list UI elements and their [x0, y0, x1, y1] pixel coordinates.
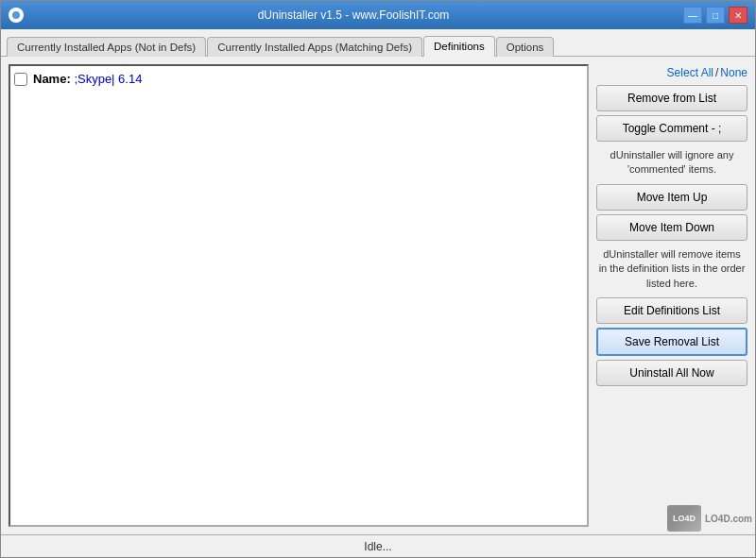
watermark-logo: LO4D: [667, 505, 701, 532]
toggle-comment-button[interactable]: Toggle Comment - ;: [596, 115, 747, 142]
right-panel: Select All / None Remove from List Toggl…: [596, 64, 747, 527]
main-window: dUninstaller v1.5 - www.FoolishIT.com — …: [0, 0, 756, 558]
list-item-0-value: ;Skype| 6.14: [71, 72, 143, 86]
edit-definitions-list-button[interactable]: Edit Definitions List: [596, 297, 747, 324]
uninstall-all-now-button[interactable]: Uninstall All Now: [596, 360, 747, 386]
svg-point-0: [12, 11, 20, 19]
separator: /: [715, 66, 718, 79]
select-links: Select All / None: [596, 64, 747, 81]
window-controls: — □ ✕: [683, 7, 747, 24]
tab-options[interactable]: Options: [496, 37, 555, 57]
watermark-text: LO4D.com: [705, 514, 752, 524]
close-button[interactable]: ✕: [729, 7, 747, 24]
tabs-bar: Currently Installed Apps (Not in Defs) C…: [1, 29, 755, 57]
select-all-link[interactable]: Select All: [667, 66, 713, 79]
list-header: Name: ;Skype| 6.14: [14, 70, 583, 88]
comment-info-text: dUninstaller will ignore any 'commented'…: [596, 145, 747, 180]
minimize-button[interactable]: —: [683, 7, 702, 24]
none-link[interactable]: None: [720, 66, 747, 79]
title-bar: dUninstaller v1.5 - www.FoolishIT.com — …: [1, 1, 755, 29]
name-column-header: Name:: [33, 72, 71, 86]
maximize-button[interactable]: □: [706, 7, 725, 24]
select-all-checkbox[interactable]: [14, 73, 27, 86]
move-item-up-button[interactable]: Move Item Up: [596, 184, 747, 211]
tab-matching-defs[interactable]: Currently Installed Apps (Matching Defs): [207, 37, 422, 57]
window-title: dUninstaller v1.5 - www.FoolishIT.com: [24, 8, 683, 22]
status-text: Idle...: [364, 540, 391, 553]
watermark: LO4D LO4D.com: [667, 505, 752, 532]
move-item-down-button[interactable]: Move Item Down: [596, 214, 747, 241]
order-info-text: dUninstaller will remove items in the de…: [596, 245, 747, 294]
status-bar: Idle...: [1, 534, 755, 557]
main-content: Name: ;Skype| 6.14 Select All / None Rem…: [1, 57, 755, 534]
tab-not-in-defs[interactable]: Currently Installed Apps (Not in Defs): [7, 37, 206, 57]
tab-definitions[interactable]: Definitions: [423, 36, 495, 57]
definitions-list-panel[interactable]: Name: ;Skype| 6.14: [9, 64, 589, 527]
remove-from-list-button[interactable]: Remove from List: [596, 85, 747, 111]
save-removal-list-button[interactable]: Save Removal List: [596, 328, 747, 356]
app-icon: [9, 8, 24, 23]
